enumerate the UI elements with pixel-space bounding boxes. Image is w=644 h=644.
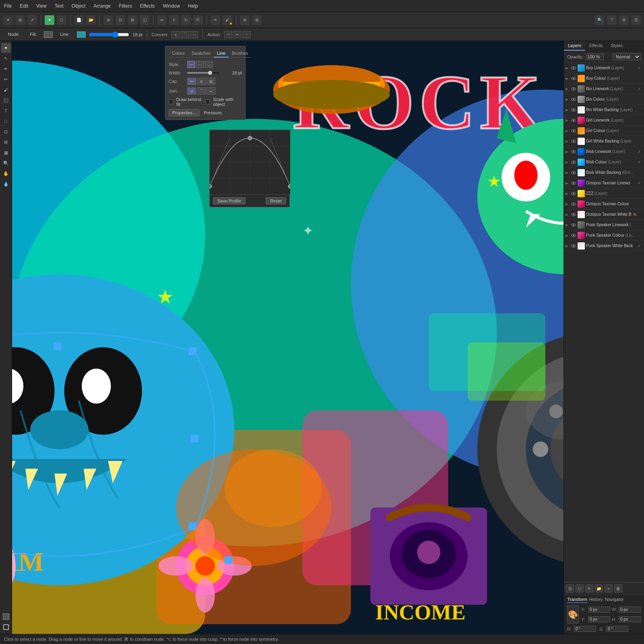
- tab-effects[interactable]: Effects: [585, 41, 607, 51]
- menu-edit[interactable]: Edit: [20, 3, 28, 9]
- zoom-tool-btn[interactable]: 🔍: [1, 158, 11, 168]
- vis-eye[interactable]: [571, 170, 576, 175]
- width-slider-thumb[interactable]: [208, 71, 212, 75]
- draw-behind-fill-checkbox[interactable]: [169, 99, 173, 104]
- text-tool-btn[interactable]: T: [1, 106, 11, 116]
- export3-icon[interactable]: ◫: [140, 15, 149, 25]
- gradient-tool-btn[interactable]: ▦: [1, 148, 11, 157]
- cap-butt-btn[interactable]: ⊢: [187, 78, 196, 85]
- new-folder-icon[interactable]: 📁: [595, 584, 603, 592]
- vis-eye[interactable]: [571, 138, 576, 144]
- snap-icon[interactable]: ⊕: [240, 15, 250, 25]
- menu-window[interactable]: Window: [163, 3, 180, 9]
- style-dotted-btn[interactable]: ...: [205, 61, 213, 68]
- vis-eye[interactable]: [571, 243, 576, 249]
- node-tool-icon[interactable]: ✦: [3, 15, 13, 25]
- layers-list[interactable]: ▶ Boy Linework (Layer) ✓ ▶ Boy Colour (L…: [564, 63, 644, 582]
- scale-with-object-checkbox[interactable]: [206, 99, 210, 104]
- y-input[interactable]: [588, 616, 610, 622]
- convert-smooth-icon[interactable]: ⌒: [181, 31, 189, 38]
- reset-button[interactable]: Reset: [266, 197, 286, 204]
- transform-tool-btn[interactable]: ⊞: [1, 137, 11, 147]
- snap-toggle-icon[interactable]: ⊞: [252, 15, 262, 25]
- layer-item-girl-linework[interactable]: ▶ Girl Linework (Layer): [564, 115, 644, 126]
- brush-tool-btn[interactable]: 🖌: [1, 85, 11, 95]
- export-icon[interactable]: ⊡: [116, 15, 125, 25]
- vis-eye[interactable]: [571, 128, 576, 134]
- shape-tool-btn[interactable]: □: [1, 116, 11, 126]
- vis-eye[interactable]: [571, 149, 576, 155]
- vis-eye[interactable]: [571, 107, 576, 113]
- layer-item-boy-linework[interactable]: ▶ Boy Linework (Layer) ✓: [564, 63, 644, 73]
- layer-item-punk-white[interactable]: ▶ Punk Speaker White Back ✓: [564, 241, 644, 251]
- menu-view[interactable]: View: [36, 3, 47, 9]
- break-node-icon[interactable]: ⊣: [224, 31, 232, 38]
- x-input[interactable]: [588, 607, 610, 613]
- join-bevel-btn[interactable]: ⌁: [206, 87, 215, 95]
- layer-item-punk-colour[interactable]: ▶ Punk Speaker Colour (La...: [564, 230, 644, 241]
- layer-item-bin-white[interactable]: ▶ Bin White Backing (Layer): [564, 105, 644, 115]
- pencil-tool-btn[interactable]: ✏: [1, 74, 11, 84]
- tab-history[interactable]: History: [589, 597, 603, 603]
- panel-tab-colour[interactable]: Colour: [169, 50, 188, 58]
- blend-mode-select[interactable]: Normal: [613, 53, 641, 60]
- layer-item-oct-colour[interactable]: ▶ Octopus Taxman Colour: [564, 199, 644, 209]
- layer-item-blob-colour[interactable]: ▶ Blob Colour (Layer) ✓: [564, 157, 644, 167]
- line-swatch[interactable]: [77, 31, 86, 38]
- opacity-input[interactable]: [586, 54, 604, 60]
- layer-item-blob-white[interactable]: ▶ Blob White Backing (Gro...: [564, 167, 644, 178]
- tab-styles[interactable]: Styles: [607, 41, 627, 51]
- vis-eye[interactable]: [571, 201, 576, 207]
- vis-eye[interactable]: [571, 233, 576, 238]
- vis-eye[interactable]: [571, 212, 576, 217]
- vis-eye[interactable]: [571, 118, 576, 123]
- persona-pixel-icon[interactable]: ⬡: [57, 15, 66, 25]
- vis-eye[interactable]: [571, 76, 576, 81]
- node-tool-btn[interactable]: ✦: [1, 43, 11, 53]
- cap-square-btn[interactable]: ⊟: [206, 78, 215, 85]
- convert-smart-icon[interactable]: ∩: [190, 31, 198, 38]
- menu-effects[interactable]: Effects: [140, 3, 155, 9]
- vis-eye[interactable]: [571, 97, 576, 102]
- tab-layers[interactable]: Layers: [564, 41, 585, 51]
- style-dashed-btn[interactable]: - -: [196, 61, 204, 68]
- new-layer-icon[interactable]: +: [605, 584, 613, 592]
- panel-tab-line[interactable]: Line: [214, 50, 229, 58]
- layer-item-boy-colour[interactable]: ▶ Boy Colour (Layer): [564, 73, 644, 84]
- layer-item-bin-linework[interactable]: ▶ Bin Linework (Layer) ✓: [564, 84, 644, 94]
- menu-text[interactable]: Text: [55, 3, 64, 9]
- join-node-icon[interactable]: ⊢: [233, 31, 242, 38]
- join-round-btn[interactable]: ⌒: [197, 87, 206, 95]
- new-doc-icon[interactable]: 📄: [74, 15, 84, 25]
- menu-file[interactable]: File: [4, 3, 12, 9]
- layer-item-oct-white[interactable]: ▶ Octopus Taxman White B fx: [564, 209, 644, 220]
- smooth-icon[interactable]: ⌢: [243, 31, 251, 38]
- pencil-draw-icon[interactable]: ✏: [211, 15, 220, 25]
- share-icon[interactable]: ⇗: [27, 15, 37, 25]
- w-input[interactable]: [619, 607, 641, 613]
- vis-eye[interactable]: [571, 222, 576, 228]
- search-icon[interactable]: 🔍: [595, 15, 605, 25]
- tab-transform[interactable]: Transform: [567, 597, 587, 603]
- stroke-color-btn[interactable]: [1, 622, 11, 632]
- vis-eye[interactable]: [571, 159, 576, 165]
- pressure-curve[interactable]: [210, 130, 289, 194]
- fill-color-btn[interactable]: [1, 612, 11, 621]
- hand-tool-btn[interactable]: ✋: [1, 169, 11, 178]
- layer-settings-icon[interactable]: ☰: [566, 584, 574, 592]
- scale-icon[interactable]: ⇱: [193, 15, 203, 25]
- layer-item-blob-linework[interactable]: ▶ Blob Linework (Layer) ✓: [564, 147, 644, 157]
- line-width-slider[interactable]: [89, 31, 129, 38]
- properties-button[interactable]: Properties...: [169, 109, 200, 116]
- canvas-area[interactable]: ROCK ROCK: [12, 41, 564, 634]
- fx-layer-icon[interactable]: fx: [585, 584, 593, 592]
- vis-eye[interactable]: [571, 65, 576, 71]
- delete-layer-icon[interactable]: 🗑: [614, 584, 622, 592]
- mask-icon[interactable]: ⬡: [576, 584, 584, 592]
- fill-swatch[interactable]: [44, 31, 53, 38]
- layer-item-zzz[interactable]: ▶ ZZZ (Layer): [564, 188, 644, 199]
- select-tool-icon[interactable]: ⊞: [15, 15, 25, 25]
- panel-tab-brushes[interactable]: Brushes: [229, 50, 251, 58]
- tab-navigator[interactable]: Navigator: [605, 597, 624, 603]
- layer-item-girl-colour[interactable]: ▶ Girl Colour (Layer): [564, 126, 644, 136]
